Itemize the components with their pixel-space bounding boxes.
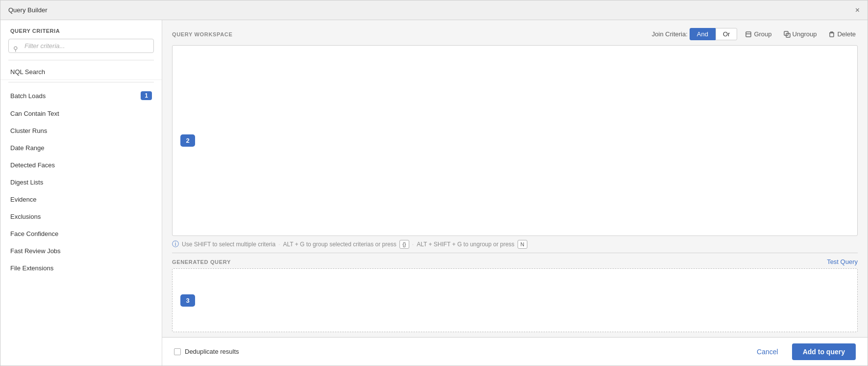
- criteria-item-label: Exclusions: [10, 213, 41, 220]
- svg-rect-0: [746, 32, 751, 37]
- criteria-item-label: Evidence: [10, 196, 36, 203]
- hint-text2: ALT + G to group selected criterias or p…: [283, 241, 397, 248]
- criteria-list: Batch Loads1Can Contain TextCluster Runs…: [0, 86, 162, 366]
- criteria-badge: 1: [141, 91, 152, 100]
- title-bar: Query Builder ×: [0, 0, 868, 20]
- group-icon: [745, 31, 752, 38]
- criteria-item-fast-review-jobs[interactable]: Fast Review Jobs: [0, 242, 162, 260]
- generated-query-label: GENERATED QUERY: [172, 259, 231, 265]
- ungroup-button[interactable]: Ungroup: [782, 29, 819, 39]
- hints-bar: ⓘ Use SHIFT to select multiple criteria …: [162, 236, 868, 253]
- divider2: [8, 82, 154, 82]
- hint-text3: ALT + SHIFT + G to ungroup or press: [417, 241, 514, 248]
- hint-sep1: ·: [278, 241, 280, 248]
- criteria-item-batch-loads[interactable]: Batch Loads1: [0, 86, 162, 105]
- filter-input[interactable]: [8, 39, 154, 53]
- workspace-label: QUERY WORKSPACE: [172, 31, 232, 37]
- footer-bar: Deduplicate results Cancel Add to query: [162, 337, 868, 366]
- ungroup-key-badge: N: [518, 240, 527, 249]
- criteria-item-label: File Extensions: [10, 264, 53, 272]
- dedup-checkbox[interactable]: [174, 348, 181, 355]
- search-icon: ⚲: [13, 45, 18, 52]
- criteria-item-file-extensions[interactable]: File Extensions: [0, 260, 162, 277]
- query-badge: 3: [180, 294, 195, 307]
- query-text-area: 3: [172, 268, 858, 332]
- svg-rect-4: [830, 33, 834, 37]
- criteria-item-evidence[interactable]: Evidence: [0, 191, 162, 208]
- window-title: Query Builder: [8, 6, 47, 14]
- test-query-button[interactable]: Test Query: [827, 258, 858, 265]
- criteria-item-label: Detected Faces: [10, 161, 55, 169]
- group-button[interactable]: Group: [743, 29, 773, 39]
- toolbar-buttons: Group Ungroup: [743, 29, 858, 39]
- ungroup-icon: [784, 31, 791, 38]
- filter-input-wrap: ⚲: [0, 39, 162, 58]
- join-and-button[interactable]: And: [690, 28, 716, 40]
- right-panel: QUERY WORKSPACE Join Criteria: And Or: [162, 20, 868, 366]
- criteria-item-label: Can Contain Text: [10, 110, 59, 117]
- criteria-item-label: Cluster Runs: [10, 127, 47, 134]
- cancel-button[interactable]: Cancel: [749, 344, 786, 360]
- generated-query-header: GENERATED QUERY Test Query: [172, 253, 858, 268]
- workspace-badge: 2: [180, 134, 195, 147]
- criteria-item-label: Fast Review Jobs: [10, 247, 61, 255]
- hint-sep2: ·: [412, 241, 414, 248]
- close-button[interactable]: ×: [855, 6, 860, 14]
- join-criteria-label: Join Criteria:: [652, 30, 688, 38]
- criteria-item-can-contain-text[interactable]: Can Contain Text: [0, 105, 162, 122]
- add-to-query-button[interactable]: Add to query: [792, 343, 856, 360]
- criteria-item-digest-lists[interactable]: Digest Lists: [0, 174, 162, 191]
- divider: [8, 60, 154, 60]
- workspace-canvas: 2: [172, 45, 858, 236]
- hint-text1: Use SHIFT to select multiple criteria: [182, 241, 275, 248]
- criteria-item-detected-faces[interactable]: Detected Faces: [0, 157, 162, 174]
- criteria-item-cluster-runs[interactable]: Cluster Runs: [0, 122, 162, 139]
- workspace-canvas-inner: 2: [180, 134, 195, 147]
- generated-query-section: GENERATED QUERY Test Query 3: [162, 253, 868, 337]
- help-icon: ⓘ: [172, 240, 179, 249]
- query-criteria-header: QUERY CRITERIA: [0, 20, 162, 39]
- dedup-text: Deduplicate results: [185, 348, 239, 355]
- nql-search-item[interactable]: NQL Search: [0, 64, 162, 80]
- criteria-item-label: Date Range: [10, 144, 44, 152]
- dedup-label[interactable]: Deduplicate results: [174, 348, 239, 355]
- group-key-badge: {}: [399, 240, 409, 249]
- join-or-button[interactable]: Or: [716, 28, 737, 40]
- workspace-controls: Join Criteria: And Or Group: [652, 28, 858, 40]
- criteria-item-label: Digest Lists: [10, 179, 43, 186]
- criteria-item-label: Batch Loads: [10, 92, 46, 100]
- criteria-item-face-confidence[interactable]: Face Confidence: [0, 225, 162, 242]
- query-workspace-section: QUERY WORKSPACE Join Criteria: And Or: [162, 20, 868, 236]
- delete-icon: [828, 31, 835, 38]
- workspace-header: QUERY WORKSPACE Join Criteria: And Or: [172, 28, 858, 40]
- criteria-item-label: Face Confidence: [10, 230, 58, 237]
- left-panel: QUERY CRITERIA ⚲ NQL Search Batch Loads1…: [0, 20, 162, 366]
- criteria-item-date-range[interactable]: Date Range: [0, 139, 162, 157]
- query-builder-window: Query Builder × QUERY CRITERIA ⚲ NQL Sea…: [0, 0, 868, 366]
- main-content: QUERY CRITERIA ⚲ NQL Search Batch Loads1…: [0, 20, 868, 366]
- delete-button[interactable]: Delete: [826, 29, 858, 39]
- footer-actions: Cancel Add to query: [749, 343, 856, 360]
- criteria-item-exclusions[interactable]: Exclusions: [0, 208, 162, 225]
